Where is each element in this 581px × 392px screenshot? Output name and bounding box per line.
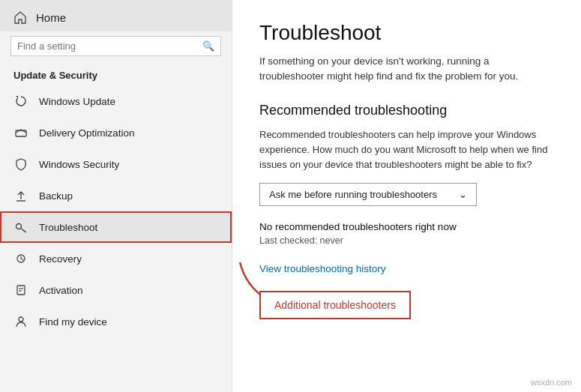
sidebar-item-windows-security[interactable]: Windows Security bbox=[0, 148, 232, 180]
search-box[interactable]: 🔍 bbox=[10, 36, 221, 56]
sidebar-item-delivery-optimization[interactable]: Delivery Optimization bbox=[0, 117, 232, 148]
dropdown-value: Ask me before running troubleshooters bbox=[269, 189, 437, 200]
sidebar-item-label: Delivery Optimization bbox=[39, 127, 135, 139]
troubleshooter-dropdown[interactable]: Ask me before running troubleshooters ⌄ bbox=[259, 183, 477, 206]
sidebar-item-recovery[interactable]: Recovery bbox=[0, 243, 232, 274]
recommended-heading: Recommended troubleshooting bbox=[259, 103, 554, 118]
chevron-down-icon: ⌄ bbox=[459, 189, 467, 200]
sidebar-item-label: Windows Security bbox=[39, 159, 119, 170]
home-icon bbox=[13, 10, 27, 24]
delivery-icon bbox=[13, 125, 28, 140]
sidebar-item-windows-update[interactable]: Windows Update bbox=[0, 85, 232, 117]
section-title: Update & Security bbox=[0, 64, 232, 85]
sidebar-item-label: Activation bbox=[39, 285, 83, 296]
home-label: Home bbox=[36, 11, 66, 24]
sidebar-item-label: Recovery bbox=[39, 253, 82, 265]
sidebar: Home 🔍 Update & Security Windows Update bbox=[0, 0, 232, 392]
last-checked-text: Last checked: never bbox=[259, 235, 554, 246]
recommended-desc: Recommended troubleshooters can help imp… bbox=[259, 127, 554, 172]
recovery-icon bbox=[13, 251, 28, 266]
sidebar-item-label: Troubleshoot bbox=[39, 222, 97, 233]
sidebar-item-label: Backup bbox=[39, 190, 73, 202]
additional-troubleshooters-button[interactable]: Additional troubleshooters bbox=[259, 291, 411, 319]
person-icon bbox=[13, 314, 28, 329]
svg-rect-7 bbox=[17, 286, 25, 295]
shield-icon bbox=[13, 157, 28, 172]
search-input[interactable] bbox=[17, 40, 202, 52]
watermark: wsxdn.com bbox=[528, 377, 575, 388]
sidebar-home[interactable]: Home bbox=[0, 0, 232, 31]
search-icon: 🔍 bbox=[202, 40, 214, 52]
sidebar-item-label: Find my device bbox=[39, 316, 107, 328]
sidebar-item-activation[interactable]: Activation bbox=[0, 274, 232, 306]
sidebar-item-backup[interactable]: Backup bbox=[0, 180, 232, 211]
sidebar-item-troubleshoot[interactable]: Troubleshoot bbox=[0, 211, 232, 243]
sidebar-item-label: Windows Update bbox=[39, 96, 115, 107]
sidebar-item-find-device[interactable]: Find my device bbox=[0, 306, 232, 337]
key-icon bbox=[13, 220, 28, 235]
page-title: Troubleshoot bbox=[259, 21, 554, 45]
backup-icon bbox=[13, 188, 28, 203]
view-history-link[interactable]: View troubleshooting history bbox=[259, 263, 386, 274]
svg-point-3 bbox=[16, 224, 22, 229]
main-content: Troubleshoot If something on your device… bbox=[232, 0, 581, 392]
no-troubleshooters-text: No recommended troubleshooters right now bbox=[259, 221, 554, 232]
svg-line-5 bbox=[23, 230, 25, 232]
svg-point-10 bbox=[19, 317, 23, 322]
refresh-icon bbox=[13, 94, 28, 109]
activation-icon bbox=[13, 283, 28, 298]
main-description: If something on your device isn't workin… bbox=[259, 54, 554, 85]
additional-btn-label: Additional troubleshooters bbox=[274, 299, 396, 311]
